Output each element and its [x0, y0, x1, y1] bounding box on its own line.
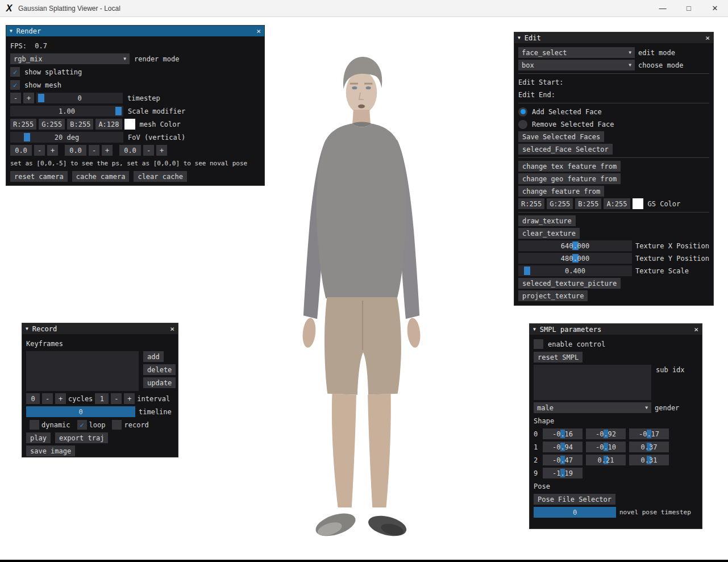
mesh-color-swatch[interactable] — [124, 119, 135, 130]
gender-combo[interactable]: male ▼ — [534, 402, 651, 413]
close-icon[interactable]: × — [705, 34, 710, 41]
cycles-field[interactable]: 0 — [26, 393, 40, 404]
gs-color-a-field[interactable]: A:255 — [604, 198, 630, 209]
interval-field[interactable]: 1 — [95, 393, 109, 404]
gs-color-b-field[interactable]: B:255 — [575, 198, 601, 209]
camera-y-field[interactable]: 0.0 — [65, 145, 86, 156]
camera-y-decrement-button[interactable]: - — [89, 145, 99, 156]
texture-x-slider[interactable]: 640.000 — [518, 240, 632, 251]
camera-x-decrement-button[interactable]: - — [34, 145, 45, 156]
gs-color-r-field[interactable]: R:255 — [518, 198, 544, 209]
selected-texture-picture-button[interactable]: seleced_texture_picture — [518, 278, 621, 289]
save-image-button[interactable]: save image — [26, 446, 75, 456]
mesh-color-g-field[interactable]: G:255 — [39, 119, 65, 130]
save-selected-faces-button[interactable]: Save Selected Faces — [518, 131, 604, 142]
shape-param-field[interactable]: -0.16 — [543, 428, 583, 439]
clear-cache-button[interactable]: clear cache — [134, 171, 186, 182]
change-feature-button[interactable]: change feature from — [518, 186, 604, 197]
dynamic-checkbox[interactable] — [30, 420, 39, 430]
play-button[interactable]: play — [26, 432, 51, 443]
keyframe-add-button[interactable]: add — [143, 351, 164, 362]
shape-param-field[interactable]: -0.94 — [543, 442, 583, 452]
reset-smpl-button[interactable]: reset SMPL — [534, 352, 583, 363]
gs-color-g-field[interactable]: G:255 — [547, 198, 573, 209]
novel-pose-row: 0 novel pose timestep — [534, 507, 698, 518]
smpl-panel-header[interactable]: ▼ SMPL parameters × — [530, 324, 702, 335]
remove-selected-face-radio[interactable] — [518, 120, 527, 129]
interval-increment-button[interactable]: + — [124, 393, 135, 404]
close-icon[interactable]: × — [256, 27, 261, 35]
close-icon[interactable]: × — [170, 325, 174, 332]
collapse-icon[interactable]: ▼ — [533, 327, 536, 332]
shape-param-field[interactable]: 0.21 — [586, 455, 626, 465]
cycles-decrement-button[interactable]: - — [42, 393, 53, 404]
draw-texture-button[interactable]: draw_texture — [518, 215, 576, 226]
texture-y-slider[interactable]: 480.000 — [518, 253, 632, 264]
cache-camera-button[interactable]: cache camera — [72, 171, 130, 182]
choose-mode-combo[interactable]: box ▼ — [518, 60, 635, 70]
keyframes-listbox[interactable] — [26, 351, 139, 391]
viewer-canvas[interactable]: ▼ Render × FPS: 0.7 rgb_mix ▼ render mod… — [0, 17, 728, 560]
3d-viewport-figure[interactable] — [267, 52, 455, 552]
camera-z-decrement-button[interactable]: - — [143, 145, 154, 156]
collapse-icon[interactable]: ▼ — [10, 29, 13, 34]
mesh-color-b-field[interactable]: B:255 — [67, 119, 93, 130]
camera-x-increment-button[interactable]: + — [47, 145, 58, 156]
export-traj-button[interactable]: export traj — [55, 432, 108, 443]
mesh-color-r-field[interactable]: R:255 — [10, 119, 36, 130]
timestep-label: timestep — [127, 94, 160, 102]
edit-panel-header[interactable]: ▼ Edit × — [514, 32, 713, 43]
texture-scale-slider[interactable]: 0.400 — [518, 265, 632, 276]
loop-checkbox[interactable]: ✓ — [77, 420, 87, 430]
project-texture-button[interactable]: project_texture — [518, 290, 588, 301]
gs-color-swatch[interactable] — [633, 198, 643, 209]
shape-param-field[interactable]: -1.19 — [543, 468, 583, 478]
shape-param-field[interactable]: -0.47 — [543, 455, 583, 465]
shape-param-field[interactable]: 0.37 — [629, 442, 669, 452]
cycles-increment-button[interactable]: + — [55, 393, 66, 404]
timestep-increment-button[interactable]: + — [23, 93, 34, 103]
collapse-icon[interactable]: ▼ — [518, 36, 521, 40]
scale-modifier-slider[interactable]: 1.00 — [10, 106, 123, 116]
shape-param-field[interactable]: -0.10 — [586, 442, 626, 452]
show-splatting-checkbox[interactable]: ✓ — [10, 67, 20, 77]
window-close-button[interactable]: ✕ — [702, 0, 728, 17]
pose-file-selector-button[interactable]: Pose File Selector — [534, 494, 615, 505]
fps-row: FPS: 0.7 — [10, 40, 260, 51]
sub-idx-listbox[interactable] — [534, 365, 651, 400]
keyframe-update-button[interactable]: update — [143, 377, 176, 388]
clear-texture-button[interactable]: clear_texture — [518, 228, 580, 239]
selected-face-selector-button[interactable]: seleced_Face Selector — [518, 144, 613, 155]
show-mesh-checkbox[interactable]: ✓ — [10, 80, 20, 90]
camera-z-increment-button[interactable]: + — [156, 145, 167, 156]
edit-end-text: Edit End: — [518, 91, 555, 99]
camera-y-increment-button[interactable]: + — [102, 145, 113, 156]
camera-x-field[interactable]: 0.0 — [10, 145, 32, 156]
collapse-icon[interactable]: ▼ — [26, 327, 28, 331]
shape-param-field[interactable]: -0.92 — [586, 428, 626, 439]
reset-camera-button[interactable]: reset camera — [10, 171, 68, 182]
change-geo-feature-button[interactable]: change geo feature from — [518, 173, 621, 184]
novel-pose-slider[interactable]: 0 — [534, 507, 616, 518]
edit-mode-combo[interactable]: face_select ▼ — [518, 47, 635, 58]
fov-slider[interactable]: 20 deg — [10, 132, 123, 143]
interval-decrement-button[interactable]: - — [111, 393, 122, 404]
add-selected-face-radio[interactable] — [518, 107, 527, 116]
timestep-slider[interactable]: 0 — [36, 93, 123, 103]
timestep-decrement-button[interactable]: - — [10, 93, 21, 103]
timeline-slider[interactable]: 0 — [26, 406, 135, 417]
render-panel-header[interactable]: ▼ Render × — [6, 26, 264, 36]
record-checkbox[interactable] — [112, 420, 122, 430]
shape-param-field[interactable]: -0.17 — [629, 428, 669, 439]
shape-param-field[interactable]: 0.31 — [629, 455, 669, 465]
window-maximize-button[interactable]: □ — [676, 0, 702, 17]
close-icon[interactable]: × — [694, 326, 698, 333]
record-panel-header[interactable]: ▼ Record × — [22, 323, 178, 334]
render-mode-combo[interactable]: rgb_mix ▼ — [10, 53, 130, 64]
window-minimize-button[interactable]: — — [650, 0, 676, 17]
change-tex-feature-button[interactable]: change tex feature from — [518, 161, 621, 172]
mesh-color-a-field[interactable]: A:128 — [95, 119, 122, 130]
camera-z-field[interactable]: 0.0 — [119, 145, 141, 156]
enable-control-checkbox[interactable] — [534, 339, 543, 349]
keyframe-delete-button[interactable]: delete — [143, 364, 176, 375]
